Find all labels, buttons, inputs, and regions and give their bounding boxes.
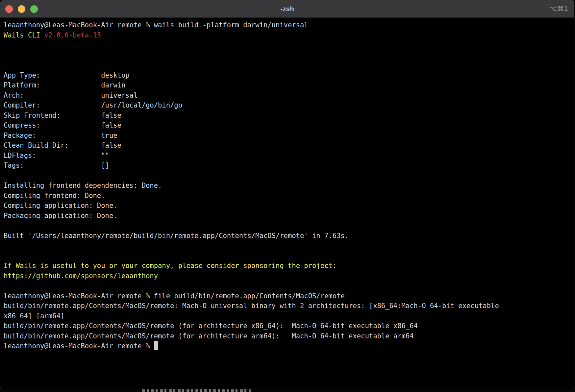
terminal-text-segment: Compiling application: Done. bbox=[4, 202, 117, 209]
terminal-text-segment: Compiling frontend: Done. bbox=[4, 192, 105, 200]
terminal-text-segment: Wails CLI bbox=[4, 31, 44, 39]
terminal-text-segment: If Wails is useful to you or your compan… bbox=[4, 262, 337, 270]
terminal-line: Compiling frontend: Done. bbox=[4, 191, 574, 201]
terminal-text-segment: x86_64] [arm64] bbox=[4, 312, 64, 320]
titlebar[interactable]: -zsh ⌥⌘1 bbox=[0, 0, 574, 18]
terminal-line: leaanthony@Leas-MacBook-Air remote % wai… bbox=[4, 20, 574, 30]
terminal-line bbox=[4, 281, 574, 291]
background-window-sliver bbox=[142, 389, 251, 392]
terminal-text-segment: Compiler: /usr/local/go/bin/go bbox=[4, 101, 182, 109]
terminal-line: Compiling application: Done. bbox=[4, 201, 574, 211]
terminal-line: App Type: desktop bbox=[4, 70, 574, 81]
window-shortcut-badge: ⌥⌘1 bbox=[549, 5, 568, 12]
terminal-text-segment: App Type: desktop bbox=[4, 71, 130, 79]
terminal-line: leaanthony@Leas-MacBook-Air remote % bbox=[4, 341, 574, 351]
terminal-text-segment: leaanthony@Leas-MacBook-Air remote % bbox=[4, 342, 154, 350]
terminal-line bbox=[4, 50, 574, 61]
terminal-text-segment: Arch: universal bbox=[4, 91, 138, 99]
terminal-text-segment: Skip Frontend: false bbox=[4, 111, 121, 119]
terminal-line: Platform: darwin bbox=[4, 80, 574, 90]
terminal-line: Clean Build Dir: false bbox=[4, 140, 574, 151]
minimize-button[interactable] bbox=[18, 5, 25, 13]
terminal-text-segment: build/bin/remote.app/Contents/MacOS/remo… bbox=[4, 322, 418, 330]
terminal-text-segment: Tags: [] bbox=[4, 161, 109, 169]
terminal-line: Package: true bbox=[4, 131, 574, 141]
terminal-line: leaanthony@Leas-MacBook-Air remote % fil… bbox=[4, 291, 574, 301]
terminal-line bbox=[4, 241, 574, 251]
terminal-line: build/bin/remote.app/Contents/MacOS/remo… bbox=[4, 331, 574, 341]
terminal-text-segment: LDFlags: "" bbox=[4, 152, 109, 159]
terminal-text-segment: leaanthony@Leas-MacBook-Air remote % wai… bbox=[4, 21, 308, 29]
terminal-text-segment: Packaging application: Done. bbox=[4, 212, 117, 220]
terminal-line bbox=[4, 171, 574, 181]
terminal-line: Compiler: /usr/local/go/bin/go bbox=[4, 100, 574, 110]
terminal-line: Built '/Users/leaanthony/remote/build/bi… bbox=[4, 231, 574, 241]
terminal-line: Installing frontend dependencies: Done. bbox=[4, 181, 574, 191]
window-title: -zsh bbox=[0, 5, 574, 13]
terminal-line: Arch: universal bbox=[4, 90, 574, 101]
terminal-line bbox=[4, 221, 574, 231]
traffic-lights bbox=[0, 5, 38, 13]
terminal-line: build/bin/remote.app/Contents/MacOS/remo… bbox=[4, 301, 574, 311]
terminal-screen[interactable]: leaanthony@Leas-MacBook-Air remote % wai… bbox=[0, 18, 574, 351]
terminal-line bbox=[4, 251, 574, 261]
terminal-line: If Wails is useful to you or your compan… bbox=[4, 261, 574, 271]
terminal-text-segment: Package: true bbox=[4, 132, 117, 139]
terminal-text-segment: Compress: false bbox=[4, 121, 121, 129]
terminal-text-segment: Platform: darwin bbox=[4, 81, 125, 89]
terminal-text-segment: leaanthony@Leas-MacBook-Air remote % fil… bbox=[4, 292, 345, 300]
zoom-button[interactable] bbox=[30, 5, 38, 13]
terminal-line bbox=[4, 40, 574, 50]
terminal-text-segment: Clean Build Dir: false bbox=[4, 141, 121, 149]
terminal-line: x86_64] [arm64] bbox=[4, 311, 574, 321]
terminal-text-segment: Built '/Users/leaanthony/remote/build/bi… bbox=[4, 232, 349, 240]
close-button[interactable] bbox=[5, 5, 13, 13]
terminal-line: build/bin/remote.app/Contents/MacOS/remo… bbox=[4, 321, 574, 331]
terminal-line: https://github.com/sponsors/leaanthony bbox=[4, 271, 574, 281]
terminal-text-segment: https://github.com/sponsors/leaanthony bbox=[4, 272, 158, 280]
terminal-text-segment: build/bin/remote.app/Contents/MacOS/remo… bbox=[4, 332, 414, 340]
terminal-line: Tags: [] bbox=[4, 160, 574, 171]
terminal-line: Skip Frontend: false bbox=[4, 110, 574, 121]
terminal-window: -zsh ⌥⌘1 leaanthony@Leas-MacBook-Air rem… bbox=[0, 0, 574, 389]
text-cursor bbox=[154, 341, 158, 350]
terminal-line: Compress: false bbox=[4, 120, 574, 131]
terminal-text-segment: Installing frontend dependencies: Done. bbox=[4, 182, 162, 189]
terminal-text-segment: build/bin/remote.app/Contents/MacOS/remo… bbox=[4, 302, 499, 310]
terminal-text-segment: v2.0.0-beta.15 bbox=[44, 31, 101, 39]
terminal-line: LDFlags: "" bbox=[4, 151, 574, 161]
terminal-line: Packaging application: Done. bbox=[4, 211, 574, 221]
terminal-line: Wails CLI v2.0.0-beta.15 bbox=[4, 30, 574, 40]
terminal-line bbox=[4, 60, 574, 70]
